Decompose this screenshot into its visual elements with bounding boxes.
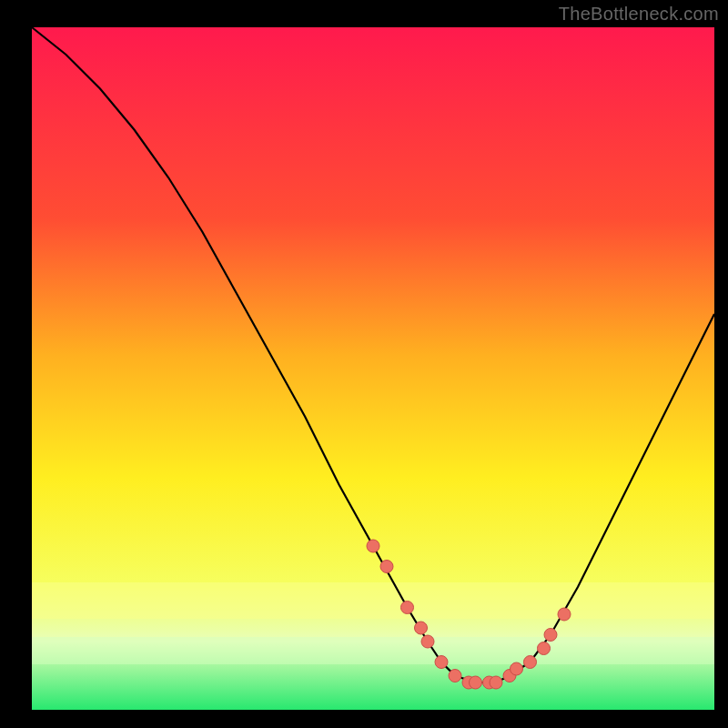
curve-dot	[401, 602, 414, 614]
curve-dot	[421, 635, 434, 648]
curve-dot	[470, 676, 482, 689]
band-pale-yellow	[32, 582, 714, 619]
curve-dot	[511, 662, 523, 675]
curve-dot	[380, 561, 393, 573]
bottleneck-chart	[0, 0, 728, 728]
curve-dot	[435, 656, 448, 669]
curve-dot	[538, 642, 551, 655]
chart-frame: TheBottleneck.com	[0, 0, 728, 728]
curve-dot	[544, 629, 557, 642]
curve-dot	[524, 656, 537, 669]
curve-dot	[415, 622, 428, 634]
watermark-text: TheBottleneck.com	[559, 4, 719, 25]
curve-dot	[367, 540, 379, 552]
curve-dot	[558, 608, 571, 621]
curve-dot	[449, 670, 461, 682]
band-pale-green	[32, 637, 714, 664]
curve-dot	[490, 676, 502, 689]
